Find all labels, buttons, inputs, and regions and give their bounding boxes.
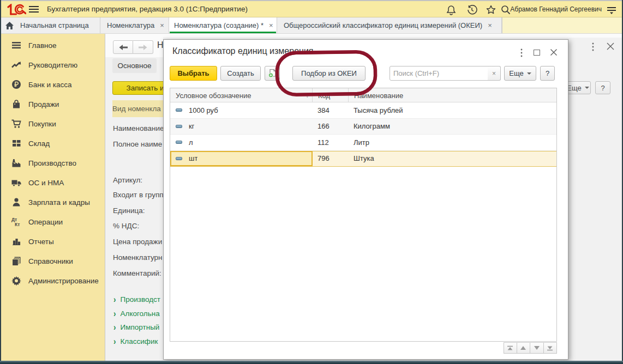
back-button[interactable] (113, 40, 133, 54)
history-icon[interactable] (466, 4, 477, 15)
cell-name: Килограмм (349, 119, 556, 135)
factory-icon (11, 157, 22, 168)
sidebar-item-label: Зарплата и кадры (28, 198, 90, 207)
form-kebab-icon[interactable] (591, 43, 595, 51)
more-button[interactable]: Еще (504, 66, 536, 81)
table-row-selected[interactable]: шт 796 Штука (170, 151, 556, 167)
sidebar-item-glavnoe[interactable]: Главное (1, 35, 105, 55)
tab-okei[interactable]: Общероссийский классификатор единиц изме… (277, 17, 502, 33)
chevron-right-icon: › (113, 323, 116, 332)
sidebar-item-os-i-nma[interactable]: ОС и НМА (1, 173, 105, 192)
sidebar-item-label: Отчеты (28, 238, 54, 246)
service-menu-icon[interactable] (606, 4, 617, 15)
sidebar-item-pokupki[interactable]: Покупки (1, 114, 105, 134)
table-row[interactable]: 1000 руб 384 Тысяча рублей (170, 102, 556, 119)
table-row[interactable]: кг 166 Килограмм (170, 119, 556, 135)
favorites-icon[interactable] (486, 4, 496, 15)
tab-nomenklatura-create[interactable]: Номенклатура (создание) * × (169, 17, 277, 33)
pick-from-okei-button[interactable]: Подбор из ОКЕИ (292, 66, 366, 81)
field-vid-nomenklatury[interactable]: Вид номенкла (112, 100, 163, 117)
label-polnoe-naim: Полное наиме (113, 140, 163, 149)
forward-button[interactable] (133, 40, 153, 54)
section-link-importnyj[interactable]: ›Импортный (113, 323, 163, 332)
table-row[interactable]: л 112 Литр (170, 135, 556, 151)
arrow-left-icon (119, 44, 128, 51)
window-frame-bottom (0, 361, 623, 364)
tab-nomenklatura[interactable]: Номенклатура × (100, 17, 169, 33)
label-kommentarij: Комментарий: (113, 269, 163, 278)
sidebar-item-proizvodstvo[interactable]: Производство (1, 153, 105, 173)
sidebar: Главное Руководителю Банк и касса Продаж… (1, 34, 105, 361)
section-link-proizvodstvo[interactable]: ›Производст (113, 295, 163, 304)
window-frame-top (0, 0, 623, 1)
dt-kt-icon: ДтКт (11, 216, 22, 227)
scroll-top-icon (507, 345, 513, 351)
create-button[interactable]: Создать (220, 66, 261, 81)
sidebar-item-label: Банк и касса (28, 81, 72, 89)
form-more-button[interactable]: Еще (565, 81, 591, 94)
bag-icon (11, 99, 22, 110)
section-link-alkogolnaya[interactable]: ›Алкогольна (113, 310, 163, 318)
unit-item-icon (176, 141, 182, 144)
column-header-name[interactable]: Наименование (349, 88, 556, 102)
cell-name: Литр (349, 135, 556, 150)
sidebar-item-otchety[interactable]: Отчеты (1, 232, 105, 251)
sidebar-item-sklad[interactable]: Склад (1, 134, 105, 153)
1c-logo (7, 4, 26, 16)
select-button[interactable]: Выбрать (170, 66, 217, 81)
form-nav-osnovnoe[interactable]: Основное (112, 58, 157, 73)
search-input[interactable] (390, 66, 488, 80)
form-top-band (105, 34, 623, 38)
column-header-symbol[interactable]: Условное обозначение ↓ (170, 88, 313, 102)
form-title-clipped: Н (157, 40, 163, 52)
tab-close-icon[interactable]: × (488, 21, 492, 29)
unit-item-icon (176, 125, 182, 128)
modal-kebab-icon[interactable] (520, 48, 523, 57)
create-group-button[interactable] (265, 66, 280, 81)
main-menu-icon[interactable] (29, 6, 39, 14)
cell-symbol: шт (170, 151, 313, 167)
modal-maximize-icon[interactable] (534, 50, 540, 56)
sidebar-item-label: Производство (28, 159, 76, 167)
sidebar-item-label: Главное (28, 41, 57, 50)
tab-close-icon[interactable]: × (160, 21, 164, 29)
home-icon (5, 22, 14, 29)
scroll-top-button[interactable] (504, 342, 517, 354)
sidebar-item-prodazhi[interactable]: Продажи (1, 94, 105, 114)
modal-close-icon[interactable] (550, 48, 558, 56)
cell-symbol: кг (170, 119, 313, 135)
app-window: Бухгалтерия предприятия, редакция 3.0 (1… (0, 0, 623, 364)
column-label: Условное обозначение (176, 92, 251, 100)
column-label: Наименование (354, 92, 403, 100)
chevron-right-icon: › (113, 310, 116, 318)
top-bar: Бухгалтерия предприятия, редакция 3.0 (1… (0, 1, 623, 17)
sidebar-item-bank-i-kassa[interactable]: Банк и касса (1, 75, 105, 94)
tab-close-icon[interactable]: × (269, 21, 273, 29)
form-close-icon[interactable] (606, 42, 615, 51)
current-user[interactable]: Абрамов Геннадий Сергеевич (510, 5, 602, 13)
scroll-down-button[interactable] (530, 342, 544, 354)
search-clear-button[interactable]: × (488, 66, 501, 81)
sidebar-item-rukovoditelyu[interactable]: Руководителю (1, 55, 105, 75)
sidebar-item-administrirovanie[interactable]: Администрирование (1, 271, 105, 290)
sidebar-item-zarplata-i-kadry[interactable]: Зарплата и кадры (1, 192, 105, 212)
table-scroll-nav (504, 342, 557, 354)
sidebar-item-label: Покупки (28, 120, 56, 128)
section-link-label: Классифик (121, 337, 158, 345)
scroll-up-button[interactable] (517, 342, 531, 354)
person-icon (11, 197, 22, 208)
section-link-klassifikaciya[interactable]: ›Классифик (113, 337, 163, 346)
sidebar-item-spravochniki[interactable]: Справочники (1, 251, 105, 271)
scroll-bottom-button[interactable] (544, 342, 558, 354)
notifications-icon[interactable] (446, 4, 457, 15)
window-frame-left (0, 0, 1, 364)
form-help-button[interactable]: ? (595, 81, 610, 94)
tab-home[interactable]: Начальная страница (0, 17, 100, 33)
column-header-code[interactable]: Код (313, 88, 349, 102)
sidebar-item-operacii[interactable]: ДтКт Операции (1, 212, 105, 232)
search-icon[interactable] (500, 4, 511, 15)
chevron-right-icon: › (113, 295, 116, 304)
catalog-icon (11, 256, 22, 266)
label-vhodit-v-gruppu: Входит в групп (113, 191, 163, 199)
help-button[interactable]: ? (540, 66, 555, 81)
